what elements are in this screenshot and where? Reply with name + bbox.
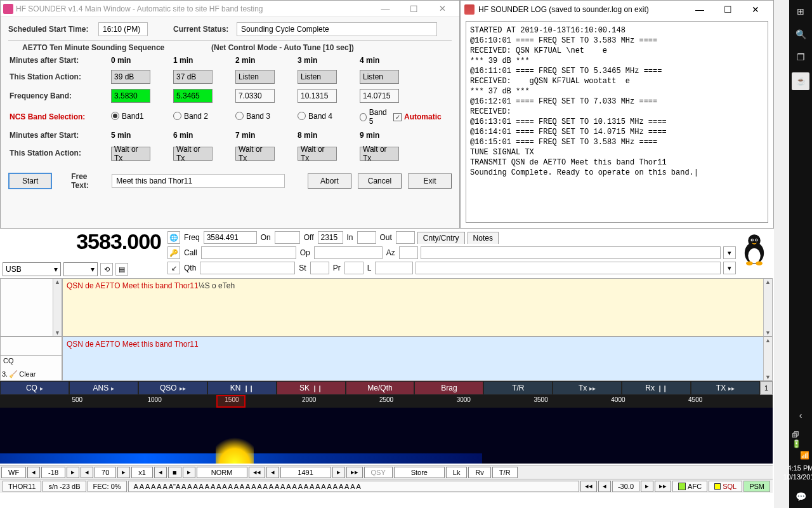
- band1-radio[interactable]: Band1: [111, 112, 144, 121]
- notes-input[interactable]: [421, 246, 721, 259]
- battery-icon[interactable]: 🗊 🔋: [792, 431, 809, 448]
- psm-toggle[interactable]: PSM: [743, 481, 770, 492]
- off-input[interactable]: 2315: [318, 231, 343, 244]
- rx-text-pane[interactable]: QSN de AE7TO Meet this band Thor11¼S o e…: [62, 278, 773, 337]
- freetext-input[interactable]: Meet this band Thor11: [112, 174, 285, 188]
- key-icon[interactable]: 🔑: [167, 246, 180, 259]
- abort-button[interactable]: Abort: [308, 173, 351, 189]
- book-icon[interactable]: ▤: [115, 263, 128, 276]
- windows-start-icon[interactable]: ⊞: [789, 0, 812, 23]
- java-taskbar-icon[interactable]: ☕: [792, 72, 809, 90]
- freq-0[interactable]: 3.5830: [111, 89, 150, 103]
- waterfall-ruler[interactable]: 50010001500200025003000350040004500: [0, 395, 773, 408]
- tx-scrollbar[interactable]: [763, 337, 772, 380]
- log-maximize-button[interactable]: ☐: [714, 1, 742, 18]
- freq-4[interactable]: 14.0715: [360, 89, 399, 103]
- macro-tx[interactable]: TX ▸▸: [691, 381, 760, 395]
- macro-meqth[interactable]: Me/Qth: [346, 381, 415, 395]
- loc-input[interactable]: [375, 262, 413, 274]
- automatic-check[interactable]: ✓Automatic: [393, 112, 442, 121]
- waterfall[interactable]: [0, 408, 773, 464]
- cnty-tab[interactable]: Cnty/Cntry: [417, 232, 465, 244]
- afc-toggle[interactable]: AFC: [672, 481, 707, 492]
- system-clock[interactable]: 4:15 PM 10/13/2019: [783, 464, 812, 485]
- lvl-left[interactable]: ◂: [27, 467, 40, 478]
- norm[interactable]: NORM: [197, 467, 247, 478]
- log-close-button[interactable]: ✕: [742, 1, 769, 18]
- minimize-button[interactable]: —: [371, 1, 400, 17]
- clear-row[interactable]: 3. 🧹 Clear: [1, 368, 62, 380]
- pr-input[interactable]: [344, 262, 363, 274]
- macro-tx[interactable]: Tx ▸▸: [553, 381, 622, 395]
- macro-kn[interactable]: KN ❙❙: [207, 381, 277, 395]
- on-input[interactable]: [275, 231, 300, 244]
- in-input[interactable]: [357, 231, 376, 244]
- lvl2-right[interactable]: ▸: [117, 467, 130, 478]
- task-view-icon[interactable]: ❐: [789, 46, 812, 69]
- freq-2[interactable]: 7.0330: [235, 89, 275, 103]
- notifications-icon[interactable]: 💬: [789, 485, 812, 508]
- expand-tray-icon[interactable]: ‹: [789, 404, 812, 427]
- exit-button[interactable]: Exit: [408, 173, 452, 189]
- lvl-right[interactable]: ▸: [67, 467, 79, 478]
- wifi-icon[interactable]: 📶: [800, 451, 809, 460]
- seek-fwd[interactable]: ▸: [332, 467, 345, 478]
- blank-select[interactable]: ▾: [63, 262, 98, 276]
- macro-qso[interactable]: QSO ▸▸: [138, 381, 207, 395]
- lvl2-left[interactable]: ◂: [81, 467, 93, 478]
- start-button[interactable]: Start: [8, 173, 52, 189]
- freq-1[interactable]: 5.3465: [173, 89, 213, 103]
- log-titlebar[interactable]: HF SOUNDER LOG (saved to sounder.log on …: [461, 1, 773, 18]
- play-back[interactable]: ◂: [154, 467, 167, 478]
- search-icon[interactable]: 🔍: [789, 23, 812, 46]
- cq-box[interactable]: CQ: [1, 355, 62, 368]
- qth-input[interactable]: [200, 262, 295, 274]
- rx-scrollbar[interactable]: [53, 279, 62, 336]
- st-input[interactable]: [310, 262, 329, 274]
- rv-button[interactable]: Rv: [468, 467, 490, 478]
- macro-ans[interactable]: ANS ▸: [69, 381, 138, 395]
- play-fwd[interactable]: ▸: [183, 467, 195, 478]
- val-l[interactable]: ◂: [598, 481, 611, 492]
- macro-rx[interactable]: Rx ❙❙: [622, 381, 691, 395]
- macro-tr[interactable]: T/R: [483, 381, 553, 395]
- maximize-button[interactable]: ☐: [400, 1, 428, 17]
- big-frequency[interactable]: 3583.000: [3, 230, 166, 253]
- wf-label[interactable]: WF: [1, 467, 26, 478]
- mode-select[interactable]: USB▾: [3, 262, 61, 276]
- seek-back[interactable]: ◂: [266, 467, 279, 478]
- rx-text-scrollbar[interactable]: [763, 279, 772, 336]
- extra-input[interactable]: [416, 262, 721, 274]
- arrow-icon[interactable]: ↙: [167, 262, 180, 274]
- call-input[interactable]: [201, 246, 296, 259]
- band3-radio[interactable]: Band 3: [235, 112, 270, 121]
- band5-radio[interactable]: Band 5: [360, 108, 388, 126]
- globe-icon[interactable]: 🌐: [167, 231, 180, 244]
- macro-sk[interactable]: SK ❙❙: [277, 381, 346, 395]
- refresh-icon[interactable]: ⟲: [100, 263, 113, 276]
- dropdown2-icon[interactable]: ▾: [723, 262, 736, 274]
- store-button[interactable]: Store: [394, 467, 445, 478]
- notes-tab[interactable]: Notes: [468, 232, 499, 244]
- macro-cq[interactable]: CQ ▸: [0, 381, 69, 395]
- qsy-button[interactable]: QSY: [364, 467, 393, 478]
- freq-3[interactable]: 10.1315: [298, 89, 337, 103]
- lvl-pos[interactable]: 70: [95, 467, 116, 478]
- band4-radio[interactable]: Band 4: [298, 112, 332, 121]
- main-titlebar[interactable]: HF SOUNDER v1.4 Main Window - Automatic …: [1, 1, 459, 17]
- val-left[interactable]: ◂◂: [580, 481, 597, 492]
- op-input[interactable]: [314, 246, 383, 259]
- play-stop[interactable]: ■: [168, 467, 181, 478]
- macro-page[interactable]: 1: [760, 381, 773, 395]
- sql-toggle[interactable]: SQL: [709, 481, 742, 492]
- log-textarea[interactable]: STARTED AT 2019-10-13T16:10:00.148 @16:1…: [466, 21, 768, 223]
- cancel-button[interactable]: Cancel: [358, 173, 402, 189]
- log-minimize-button[interactable]: —: [686, 1, 714, 18]
- val-rr[interactable]: ▸▸: [655, 481, 671, 492]
- seek-ffwd[interactable]: ▸▸: [346, 467, 363, 478]
- seek-bback[interactable]: ◂◂: [249, 467, 265, 478]
- lk-button[interactable]: Lk: [446, 467, 468, 478]
- zoom[interactable]: x1: [131, 467, 153, 478]
- out-input[interactable]: [396, 231, 415, 244]
- val-r[interactable]: ▸: [641, 481, 653, 492]
